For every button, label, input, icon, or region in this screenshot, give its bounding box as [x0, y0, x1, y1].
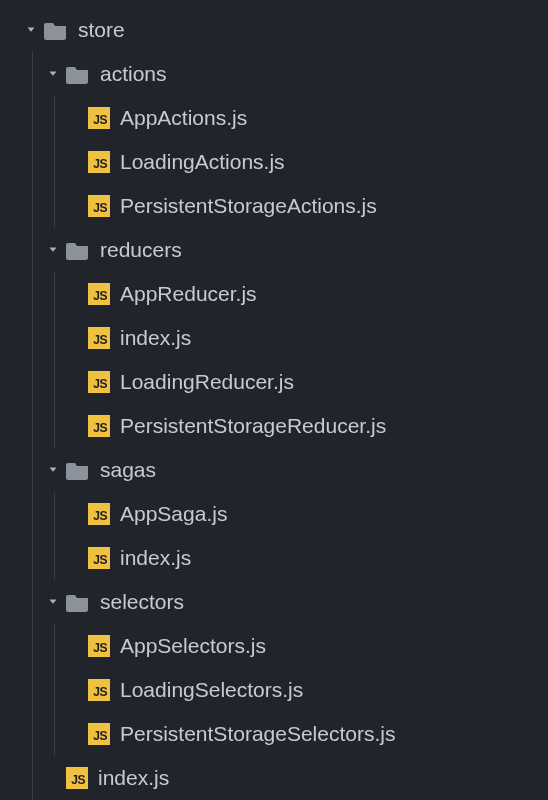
file-row[interactable]: JS AppReducer.js: [0, 272, 548, 316]
folder-label: sagas: [100, 458, 156, 482]
folder-icon: [66, 592, 90, 612]
file-label: AppReducer.js: [120, 282, 257, 306]
file-label: index.js: [98, 766, 169, 790]
chevron-down-icon: [42, 591, 64, 613]
js-file-icon: JS: [88, 107, 110, 129]
file-label: AppActions.js: [120, 106, 247, 130]
file-label: AppSaga.js: [120, 502, 227, 526]
chevron-down-icon: [42, 239, 64, 261]
folder-row-selectors[interactable]: selectors: [0, 580, 548, 624]
chevron-down-icon: [42, 63, 64, 85]
folder-icon: [44, 20, 68, 40]
file-row[interactable]: JS index.js: [0, 756, 548, 800]
chevron-down-icon: [42, 459, 64, 481]
file-label: AppSelectors.js: [120, 634, 266, 658]
file-row[interactable]: JS AppSelectors.js: [0, 624, 548, 668]
file-label: LoadingActions.js: [120, 150, 285, 174]
js-file-icon: JS: [88, 371, 110, 393]
file-row[interactable]: JS PersistentStorageActions.js: [0, 184, 548, 228]
folder-label: actions: [100, 62, 167, 86]
js-file-icon: JS: [88, 327, 110, 349]
file-label: LoadingReducer.js: [120, 370, 294, 394]
js-file-icon: JS: [88, 415, 110, 437]
file-row[interactable]: JS LoadingActions.js: [0, 140, 548, 184]
file-label: index.js: [120, 546, 191, 570]
js-file-icon: JS: [88, 547, 110, 569]
js-file-icon: JS: [88, 723, 110, 745]
folder-label: selectors: [100, 590, 184, 614]
folder-row-actions[interactable]: actions: [0, 52, 548, 96]
file-row[interactable]: JS index.js: [0, 536, 548, 580]
file-label: PersistentStorageActions.js: [120, 194, 377, 218]
folder-row-reducers[interactable]: reducers: [0, 228, 548, 272]
file-row[interactable]: JS PersistentStorageSelectors.js: [0, 712, 548, 756]
js-file-icon: JS: [88, 503, 110, 525]
file-row[interactable]: JS AppSaga.js: [0, 492, 548, 536]
folder-row-sagas[interactable]: sagas: [0, 448, 548, 492]
chevron-down-icon: [20, 19, 42, 41]
file-tree: store actions JS AppActions.js JS Loadin…: [0, 8, 548, 800]
folder-icon: [66, 460, 90, 480]
file-row[interactable]: JS AppActions.js: [0, 96, 548, 140]
file-row[interactable]: JS LoadingSelectors.js: [0, 668, 548, 712]
file-row[interactable]: JS index.js: [0, 316, 548, 360]
folder-label: store: [78, 18, 125, 42]
file-row[interactable]: JS LoadingReducer.js: [0, 360, 548, 404]
file-label: LoadingSelectors.js: [120, 678, 303, 702]
folder-icon: [66, 64, 90, 84]
js-file-icon: JS: [88, 635, 110, 657]
js-file-icon: JS: [88, 283, 110, 305]
js-file-icon: JS: [88, 151, 110, 173]
file-label: index.js: [120, 326, 191, 350]
file-row[interactable]: JS PersistentStorageReducer.js: [0, 404, 548, 448]
js-file-icon: JS: [88, 195, 110, 217]
js-file-icon: JS: [88, 679, 110, 701]
file-label: PersistentStorageReducer.js: [120, 414, 386, 438]
file-label: PersistentStorageSelectors.js: [120, 722, 395, 746]
folder-row-store[interactable]: store: [0, 8, 548, 52]
folder-label: reducers: [100, 238, 182, 262]
folder-icon: [66, 240, 90, 260]
js-file-icon: JS: [66, 767, 88, 789]
